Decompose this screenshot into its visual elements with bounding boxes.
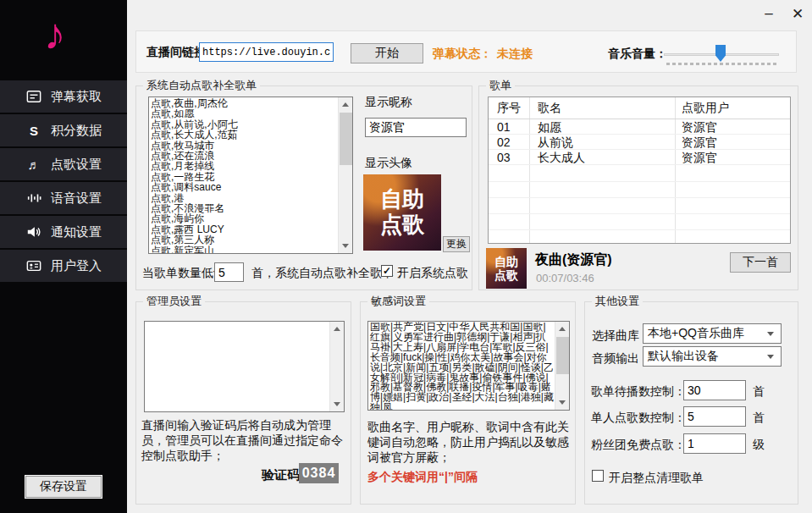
- table-row-empty: [489, 166, 790, 182]
- start-button[interactable]: 开始: [351, 43, 423, 63]
- playlist-group: 歌单 序号 歌名 点歌用户 01 如愿 资源官 02 从前说 资源官 03 长大…: [478, 86, 798, 290]
- danmaku-icon: [25, 88, 42, 105]
- table-row[interactable]: 01 如愿 资源官: [489, 119, 790, 135]
- volume-label: 音乐音量：: [608, 47, 667, 62]
- avatar-text: 自助: [494, 255, 518, 268]
- hourly-clear-label: 开启整点清理歌单: [609, 471, 704, 486]
- danmaku-status-value: 未连接: [497, 47, 533, 62]
- sensitive-textarea[interactable]: 国歌|共产党|日文|中华人民共和国|国歌|红旗|义勇军进行曲|郭德纲|于谦|相声…: [367, 321, 570, 411]
- fan-club-unit: 级: [753, 438, 765, 453]
- column-header-no: 序号: [497, 97, 521, 119]
- top-panel: 直播间链接: 开始 弹幕状态： 未连接 音乐音量：: [135, 30, 797, 73]
- now-playing-title: 夜曲(资源官): [535, 251, 612, 269]
- auto-playlist-group: 系统自动点歌补全歌单 点歌,夜曲,周杰伦 点歌,如愿 点歌,从前说,小阿七 点歌…: [135, 86, 472, 290]
- audio-output-select[interactable]: 默认输出设备: [643, 346, 782, 367]
- list-item[interactable]: 点歌,海屿你: [151, 213, 337, 223]
- list-item[interactable]: 点歌,调料sauce: [151, 182, 337, 192]
- sidebar-item-song-settings[interactable]: ♬ 点歌设置: [0, 148, 127, 180]
- scrollbar-thumb[interactable]: [340, 113, 352, 165]
- close-icon[interactable]: ✕: [787, 3, 809, 24]
- column-header-user: 点歌用户: [682, 97, 729, 119]
- sidebar-item-points[interactable]: S 积分数据: [0, 114, 127, 146]
- scrollbar-thumb[interactable]: [556, 337, 569, 374]
- sidebar-item-label: 弹幕获取: [51, 89, 102, 105]
- per-user-limit-unit: 首: [753, 411, 765, 426]
- minimize-icon[interactable]: –: [758, 3, 780, 24]
- song-icon: ♬: [25, 156, 42, 173]
- sidebar-item-label: 积分数据: [51, 123, 102, 139]
- playlist-title: 歌单: [486, 79, 515, 92]
- table-row-empty: [489, 214, 790, 230]
- song-list: 点歌,夜曲,周杰伦 点歌,如愿 点歌,从前说,小阿七 点歌,长大成人,范茹 点歌…: [151, 98, 337, 254]
- sensitive-scrollbar[interactable]: [555, 322, 569, 410]
- listbox-scrollbar[interactable]: [338, 97, 352, 253]
- sidebar-item-notify-settings[interactable]: 通知设置: [0, 216, 127, 248]
- table-row-empty: [489, 182, 790, 198]
- library-select[interactable]: 本地+QQ音乐曲库: [643, 323, 782, 344]
- list-item[interactable]: 点歌,第三人称: [151, 234, 337, 245]
- cell-no: 01: [497, 120, 511, 134]
- table-row[interactable]: 03 长大成人 资源官: [489, 150, 790, 165]
- table-row-empty: [489, 230, 790, 246]
- threshold-input[interactable]: [214, 262, 244, 282]
- fan-club-label: 粉丝团免费点歌：: [591, 438, 686, 453]
- sensitive-words: 国歌|共产党|日文|中华人民共和国|国歌|红旗|义勇军进行曲|郭德纲|于谦|相声…: [370, 323, 554, 411]
- admin-scrollbar[interactable]: [329, 322, 344, 411]
- nickname-input[interactable]: [365, 118, 467, 137]
- auto-playlist-listbox[interactable]: 点歌,夜曲,周杰伦 点歌,如愿 点歌,从前说,小阿七 点歌,长大成人,范茹 点歌…: [148, 97, 353, 254]
- music-note-logo-icon: ♪: [44, 12, 66, 56]
- hourly-clear-checkbox[interactable]: [592, 470, 604, 482]
- scroll-up-icon[interactable]: [559, 327, 566, 331]
- queue-limit-label: 歌单待播数控制：: [591, 384, 686, 400]
- avatar-text: 点歌: [494, 268, 518, 282]
- danmaku-status-label: 弹幕状态：: [433, 47, 492, 62]
- admin-textarea[interactable]: [144, 321, 345, 412]
- change-avatar-button[interactable]: 更换: [443, 236, 470, 252]
- sidebar-nav: 弹幕获取 S 积分数据 ♬ 点歌设置 语音设置 通知设置: [0, 80, 127, 284]
- table-row-empty: [489, 198, 790, 214]
- sidebar-item-user-login[interactable]: 用户登入: [0, 250, 127, 282]
- column-header-song: 歌名: [538, 97, 561, 119]
- system-song-checkbox[interactable]: [381, 265, 393, 277]
- notify-icon: [25, 223, 42, 240]
- avatar-text: 点歌: [380, 212, 424, 238]
- save-settings-button[interactable]: 保存设置: [25, 476, 102, 498]
- now-playing-time: 00:07/03:46: [536, 272, 594, 284]
- cell-song: 长大成人: [538, 151, 585, 166]
- audio-output-value: 默认输出设备: [648, 349, 719, 364]
- sidebar-item-danmaku[interactable]: 弹幕获取: [0, 80, 127, 113]
- queue-limit-input[interactable]: [683, 380, 746, 400]
- user-icon: [25, 257, 42, 274]
- fan-club-input[interactable]: [683, 433, 746, 454]
- threshold-prefix: 当歌单数量低于: [142, 266, 225, 281]
- sensitive-note: 歌曲名字、用户昵称、歌词中含有此关键词自动忽略，防止用户捣乱以及敏感词被官方屏蔽…: [367, 419, 571, 465]
- cell-no: 03: [497, 151, 511, 164]
- sidebar-item-label: 点歌设置: [51, 157, 102, 173]
- admin-group: 管理员设置 直播间输入验证码后将自动成为管理员，管理员可以在直播间通过指定命令控…: [135, 301, 351, 505]
- library-value: 本地+QQ音乐曲库: [648, 326, 744, 341]
- sidebar-item-voice-settings[interactable]: 语音设置: [0, 182, 127, 214]
- table-row[interactable]: 02 从前说 资源官: [489, 135, 790, 150]
- scroll-up-icon[interactable]: [342, 102, 349, 107]
- list-item[interactable]: 点歌,长大成人,范茹: [151, 130, 337, 140]
- live-link-input[interactable]: [199, 42, 334, 62]
- points-icon: S: [25, 122, 42, 139]
- nickname-label: 显示昵称: [365, 95, 412, 110]
- per-user-limit-input[interactable]: [683, 406, 746, 427]
- cell-user: 资源官: [682, 135, 717, 151]
- scroll-down-icon[interactable]: [334, 402, 340, 406]
- list-item[interactable]: 点歌,新定军山: [151, 245, 337, 254]
- list-item[interactable]: 点歌,月老掉线: [151, 161, 337, 171]
- captcha-label: 验证码: [262, 467, 300, 483]
- chevron-down-icon: [767, 355, 774, 359]
- cell-user: 资源官: [682, 151, 717, 166]
- scroll-down-icon[interactable]: [559, 400, 566, 405]
- volume-slider-thumb[interactable]: [715, 45, 726, 62]
- scroll-down-icon[interactable]: [342, 244, 349, 248]
- voice-icon: [25, 190, 42, 207]
- scroll-up-icon[interactable]: [334, 327, 340, 331]
- list-item[interactable]: 点歌,如愿: [151, 108, 337, 119]
- sensitive-title: 敏感词设置: [367, 295, 429, 308]
- next-song-button[interactable]: 下一首: [730, 252, 791, 273]
- avatar-label: 显示头像: [365, 156, 412, 171]
